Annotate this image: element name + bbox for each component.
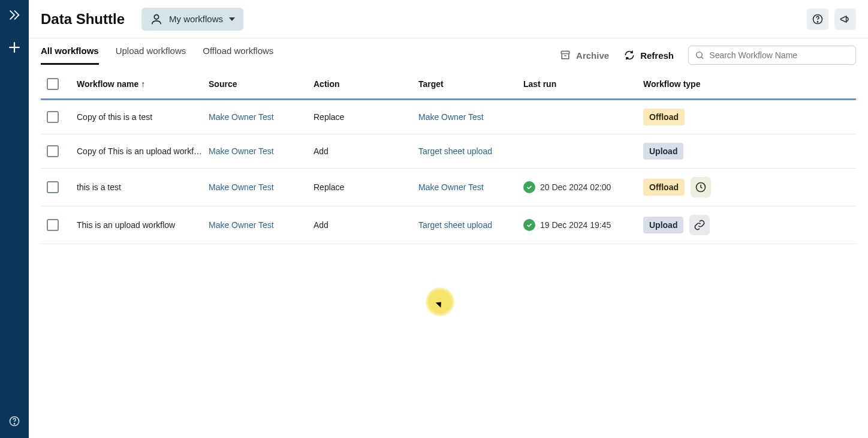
refresh-icon [623,49,635,61]
my-workflows-label: My workflows [169,14,223,24]
search-icon [695,50,704,61]
my-workflows-dropdown[interactable]: My workflows [141,8,243,31]
person-icon [150,13,163,26]
refresh-button[interactable]: Refresh [623,49,674,61]
app-logo-icon [8,8,21,22]
col-workflow-type[interactable]: Workflow type [643,79,856,89]
last-run: 20 Dec 2024 02:00 [523,181,643,193]
workflow-type-badge: Offload [643,109,685,125]
svg-point-3 [14,424,14,424]
search-input[interactable] [709,50,849,60]
table-row[interactable]: This is an upload workflowMake Owner Tes… [41,206,856,244]
source-link[interactable]: Make Owner Test [209,112,314,122]
source-link[interactable]: Make Owner Test [209,146,314,156]
svg-point-4 [154,14,158,19]
workflow-type-badge: Upload [643,217,683,233]
row-checkbox[interactable] [47,145,59,157]
workflow-type-cell: Upload [643,143,856,160]
workflow-type-cell: Offload [643,177,856,197]
target-link[interactable]: Make Owner Test [418,112,523,122]
archive-icon [559,49,571,61]
link-icon[interactable] [689,215,710,235]
topbar: Data Shuttle My workflows [29,0,868,38]
svg-rect-7 [561,51,569,53]
status-ok-icon [523,219,535,231]
select-all-checkbox[interactable] [47,78,59,90]
workflow-type-cell: Upload [643,215,856,235]
megaphone-icon [839,13,851,25]
row-checkbox[interactable] [47,219,59,231]
workflow-name: This is an upload workflow [77,220,209,230]
sort-asc-icon: ↑ [141,79,145,89]
sidebar [0,0,29,438]
row-checkbox[interactable] [47,111,59,123]
workflow-table: Workflow name↑ Source Action Target Last… [41,70,856,244]
col-target[interactable]: Target [418,79,523,89]
action-value: Add [314,220,418,230]
workflow-type-cell: Offload [643,109,856,125]
svg-point-9 [697,52,703,58]
action-value: Replace [314,112,418,122]
table-row[interactable]: this is a testMake Owner TestReplaceMake… [41,169,856,206]
last-run-time: 20 Dec 2024 02:00 [540,182,611,192]
refresh-label: Refresh [640,50,674,61]
question-icon [812,13,824,25]
tab-upload-workflows[interactable]: Upload workflows [116,46,186,65]
tabs: All workflows Upload workflows Offload w… [41,46,273,65]
action-value: Add [314,146,418,156]
workflow-type-badge: Offload [643,179,685,196]
table-row[interactable]: Copy of This is an upload workflowMake O… [41,134,856,169]
col-source[interactable]: Source [209,79,314,89]
workflow-name: this is a test [77,182,209,192]
workflow-type-badge: Upload [643,143,683,160]
help-button[interactable] [807,8,828,30]
col-workflow-name[interactable]: Workflow name↑ [77,79,209,89]
target-link[interactable]: Target sheet upload [418,146,523,156]
announcements-button[interactable] [834,8,856,30]
chevron-down-icon [229,17,235,21]
help-icon[interactable] [8,415,20,427]
toolbar: All workflows Upload workflows Offload w… [29,38,868,65]
archive-button[interactable]: Archive [559,49,609,61]
target-link[interactable]: Target sheet upload [418,220,523,230]
svg-line-10 [701,57,703,59]
col-action[interactable]: Action [314,79,418,89]
row-checkbox[interactable] [47,181,59,193]
tab-offload-workflows[interactable]: Offload workflows [203,46,273,65]
search-box[interactable] [688,46,856,65]
tab-all-workflows[interactable]: All workflows [41,46,99,65]
svg-point-6 [817,21,818,22]
target-link[interactable]: Make Owner Test [418,182,523,192]
action-value: Replace [314,182,418,192]
main: Data Shuttle My workflows All workflows … [29,0,868,438]
status-ok-icon [523,181,535,193]
col-last-run[interactable]: Last run [523,79,643,89]
source-link[interactable]: Make Owner Test [209,182,314,192]
schedule-icon[interactable] [691,177,711,197]
table-row[interactable]: Copy of this is a testMake Owner TestRep… [41,100,856,134]
table-header: Workflow name↑ Source Action Target Last… [41,70,856,100]
source-link[interactable]: Make Owner Test [209,220,314,230]
workflow-name: Copy of this is a test [77,112,209,122]
workflow-name: Copy of This is an upload workflow [77,146,209,156]
last-run: 19 Dec 2024 19:45 [523,219,643,231]
app-title: Data Shuttle [41,11,125,28]
add-icon[interactable] [7,40,22,55]
archive-label: Archive [576,50,609,61]
last-run-time: 19 Dec 2024 19:45 [540,220,611,230]
